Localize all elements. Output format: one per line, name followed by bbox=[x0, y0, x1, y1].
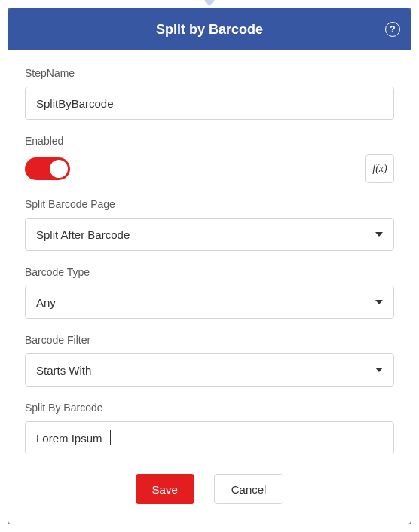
barcode-type-label: Barcode Type bbox=[25, 266, 394, 278]
dialog-header: Split by Barcode ? bbox=[8, 8, 411, 50]
field-split-by-barcode: Split By Barcode bbox=[25, 402, 394, 454]
connector-arrow-icon bbox=[204, 0, 215, 6]
stepname-label: StepName bbox=[25, 67, 394, 79]
stepname-input[interactable] bbox=[25, 87, 394, 120]
text-cursor-icon bbox=[110, 430, 111, 445]
help-icon[interactable]: ? bbox=[385, 22, 400, 37]
dialog-title: Split by Barcode bbox=[156, 22, 263, 38]
enabled-label: Enabled bbox=[25, 135, 394, 147]
field-split-barcode-page: Split Barcode Page Split After Barcode bbox=[25, 198, 394, 251]
split-by-barcode-input[interactable] bbox=[25, 421, 394, 454]
fx-button[interactable]: f(x) bbox=[365, 154, 394, 183]
dialog-body: StepName Enabled f(x) Split Barcode Page… bbox=[8, 50, 411, 524]
enabled-row: f(x) bbox=[25, 154, 394, 183]
split-barcode-page-label: Split Barcode Page bbox=[25, 198, 394, 210]
split-barcode-page-select[interactable]: Split After Barcode bbox=[25, 218, 394, 251]
barcode-filter-select[interactable]: Starts With bbox=[25, 353, 394, 387]
field-barcode-filter: Barcode Filter Starts With bbox=[25, 334, 394, 387]
cancel-button[interactable]: Cancel bbox=[214, 474, 284, 504]
toggle-knob bbox=[50, 160, 68, 178]
help-glyph: ? bbox=[390, 24, 395, 35]
dialog-footer: Save Cancel bbox=[25, 469, 394, 504]
split-by-barcode-label: Split By Barcode bbox=[25, 402, 394, 414]
barcode-type-select[interactable]: Any bbox=[25, 286, 394, 319]
barcode-filter-label: Barcode Filter bbox=[25, 334, 394, 346]
field-stepname: StepName bbox=[25, 67, 394, 120]
field-barcode-type: Barcode Type Any bbox=[25, 266, 394, 319]
save-button[interactable]: Save bbox=[136, 474, 194, 504]
dialog: Split by Barcode ? StepName Enabled f(x)… bbox=[8, 8, 411, 524]
field-enabled: Enabled f(x) bbox=[25, 135, 394, 183]
enabled-toggle[interactable] bbox=[25, 157, 70, 180]
split-by-barcode-input-wrap bbox=[25, 421, 394, 454]
